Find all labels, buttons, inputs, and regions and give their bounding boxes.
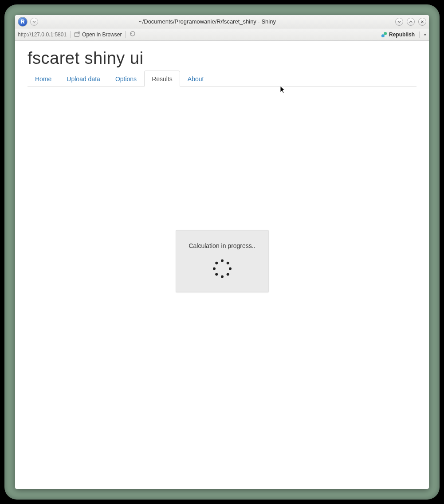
- url-display: http://127.0.0.1:5801: [18, 32, 67, 38]
- desktop-background: R ~/Documents/Programowanie/R/fscaret_sh…: [4, 4, 440, 500]
- chevron-down-icon: ▾: [424, 32, 426, 37]
- svg-point-2: [384, 32, 387, 35]
- tab-results[interactable]: Results: [144, 71, 180, 87]
- window-titlebar: R ~/Documents/Programowanie/R/fscaret_sh…: [15, 15, 429, 28]
- republish-label: Republish: [389, 32, 415, 38]
- page-title: fscaret shiny ui: [28, 49, 416, 68]
- app-window: R ~/Documents/Programowanie/R/fscaret_sh…: [15, 15, 429, 489]
- window-maximize-button[interactable]: [407, 18, 415, 26]
- nav-tabs: Home Upload data Options Results About: [28, 71, 416, 87]
- separator: [70, 31, 71, 38]
- window-title: ~/Documents/Programowanie/R/fscaret_shin…: [41, 18, 392, 25]
- close-icon: [420, 20, 424, 24]
- window-close-button[interactable]: [418, 18, 426, 26]
- spinner-icon: [212, 259, 232, 279]
- separator: [419, 32, 420, 38]
- chevron-down-icon: [397, 20, 401, 24]
- chevron-up-icon: [409, 20, 413, 24]
- republish-button[interactable]: Republish ▾: [381, 32, 426, 38]
- publish-icon: [381, 32, 387, 38]
- tab-upload-data[interactable]: Upload data: [59, 71, 108, 87]
- mouse-cursor-icon: [280, 86, 286, 94]
- browser-icon: [74, 32, 80, 38]
- reload-icon: [129, 30, 136, 37]
- chevron-down-icon: [32, 20, 36, 24]
- window-minimize-button[interactable]: [395, 18, 403, 26]
- title-dropdown-button[interactable]: [30, 18, 38, 26]
- progress-panel: Calculation in progress..: [176, 230, 269, 292]
- separator: [125, 31, 126, 38]
- tab-options[interactable]: Options: [108, 71, 144, 87]
- open-in-browser-button[interactable]: Open in Browser: [74, 32, 122, 38]
- r-logo-icon: R: [18, 17, 28, 27]
- svg-point-1: [381, 34, 385, 37]
- page-body: fscaret shiny ui Home Upload data Option…: [15, 41, 429, 489]
- tab-about[interactable]: About: [180, 71, 212, 87]
- progress-text: Calculation in progress..: [181, 242, 264, 249]
- toolbar: http://127.0.0.1:5801 Open in Browser: [15, 28, 429, 41]
- tab-home[interactable]: Home: [28, 71, 59, 87]
- open-in-browser-label: Open in Browser: [82, 32, 122, 38]
- reload-button[interactable]: [129, 30, 136, 39]
